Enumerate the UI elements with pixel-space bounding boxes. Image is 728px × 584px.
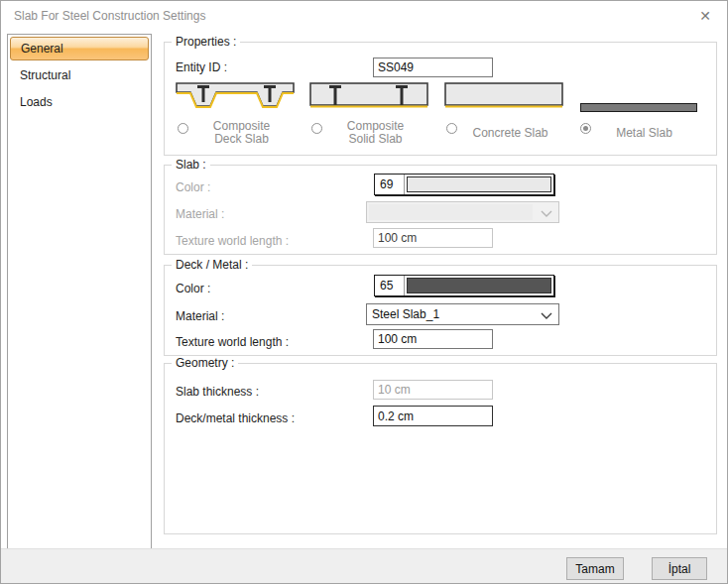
- radio-label[interactable]: Metal Slab: [578, 120, 698, 146]
- deck-color-number: 65: [375, 276, 405, 295]
- slab-color-swatch: [407, 176, 551, 192]
- deck-color-button[interactable]: 65: [374, 275, 554, 296]
- slab-type-option-composite-deck: Composite Deck Slab: [176, 82, 296, 150]
- entity-id-input[interactable]: [373, 58, 493, 77]
- slab-material-label: Material :: [176, 207, 224, 221]
- radio-metal-slab[interactable]: [580, 123, 591, 134]
- entity-id-label: Entity ID :: [176, 60, 227, 74]
- dialog-window: Slab For Steel Construction Settings ✕ G…: [0, 0, 728, 584]
- composite-deck-slab-image: [176, 82, 295, 110]
- sidebar-item-general[interactable]: General: [10, 37, 149, 60]
- radio-label[interactable]: Concrete Slab: [444, 120, 564, 146]
- ok-button[interactable]: Tamam: [566, 557, 624, 580]
- cancel-button[interactable]: İptal: [652, 557, 707, 580]
- chevron-down-icon: [541, 210, 552, 217]
- deck-metal-group-label: Deck / Metal :: [172, 258, 252, 272]
- slab-type-option-concrete: Concrete Slab: [444, 82, 564, 150]
- slab-texture-label: Texture world length :: [176, 234, 289, 248]
- deck-thickness-label: Deck/metal thickness :: [176, 411, 295, 425]
- slab-thickness-label: Slab thickness :: [176, 385, 259, 399]
- radio-composite-deck-slab[interactable]: [178, 123, 188, 134]
- radio-composite-solid-slab[interactable]: [311, 123, 322, 134]
- radio-concrete-slab[interactable]: [446, 123, 457, 134]
- sidebar-item-loads[interactable]: Loads: [10, 90, 149, 114]
- slab-type-option-metal: Metal Slab: [578, 82, 697, 150]
- titlebar: Slab For Steel Construction Settings ✕: [1, 1, 727, 31]
- slab-texture-input: [373, 228, 493, 248]
- slab-color-label: Color :: [176, 180, 210, 194]
- radio-label[interactable]: Composite Solid Slab: [309, 120, 429, 146]
- deck-material-combobox[interactable]: Steel Slab_1: [366, 303, 559, 325]
- deck-thickness-input[interactable]: [373, 406, 493, 426]
- deck-color-label: Color :: [176, 282, 210, 295]
- dialog-title: Slab For Steel Construction Settings: [14, 9, 205, 23]
- deck-material-label: Material :: [176, 309, 224, 323]
- footer: Tamam İptal: [1, 548, 727, 584]
- sidebar-item-label: General: [21, 42, 63, 56]
- properties-group-label: Properties :: [172, 35, 240, 49]
- deck-texture-input[interactable]: [373, 329, 493, 349]
- slab-thickness-input: [373, 380, 493, 400]
- slab-type-option-composite-solid: Composite Solid Slab: [309, 82, 429, 150]
- geometry-group-label: Geometry :: [172, 356, 238, 370]
- close-icon[interactable]: ✕: [696, 7, 714, 25]
- slab-color-button: 69: [374, 174, 554, 195]
- slab-group-label: Slab :: [172, 158, 210, 172]
- slab-material-combobox: [366, 201, 559, 223]
- sidebar: General Structural Loads: [7, 34, 152, 549]
- deck-color-swatch: [407, 278, 551, 293]
- sidebar-item-label: Loads: [20, 95, 53, 109]
- deck-texture-label: Texture world length :: [176, 335, 289, 349]
- slab-color-number: 69: [375, 175, 405, 194]
- concrete-slab-image: [444, 82, 563, 110]
- geometry-group: Geometry : Slab thickness : Deck/metal t…: [164, 363, 717, 534]
- radio-label[interactable]: Composite Deck Slab: [176, 120, 296, 146]
- deck-material-value: Steel Slab_1: [372, 307, 439, 321]
- deck-metal-group: Deck / Metal : Color : 65 Material : Ste…: [164, 265, 717, 356]
- sidebar-item-label: Structural: [20, 68, 70, 82]
- composite-solid-slab-image: [309, 82, 428, 110]
- properties-group: Properties : Entity ID : Composite Deck …: [164, 42, 717, 156]
- sidebar-item-structural[interactable]: Structural: [10, 63, 149, 87]
- chevron-down-icon: [541, 312, 552, 319]
- metal-slab-image: [580, 103, 697, 112]
- slab-group: Slab : Color : 69 Material : Texture wor…: [164, 165, 717, 255]
